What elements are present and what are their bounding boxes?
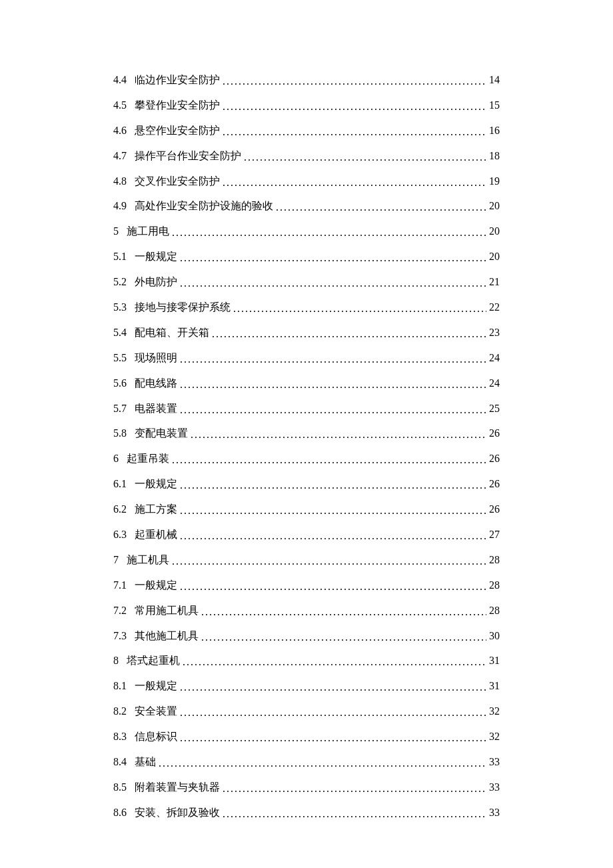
- toc-entry: 6.1一般规定26: [113, 479, 500, 489]
- toc-leader-dots: [180, 707, 486, 718]
- toc-entry-number: 5.5: [113, 353, 127, 363]
- toc-entry-title: 配电箱、开关箱: [127, 327, 212, 338]
- toc-entry: 5.4配电箱、开关箱23: [113, 327, 500, 338]
- toc-entry-number: 5.2: [113, 277, 127, 287]
- toc-leader-dots: [180, 480, 486, 491]
- toc-entry: 7施工机具28: [113, 555, 500, 565]
- toc-entry-number: 4.6: [113, 125, 127, 136]
- toc-entry-number: 7.3: [113, 631, 127, 641]
- toc-entry-title: 施工用电: [119, 226, 172, 237]
- toc-leader-dots: [180, 379, 486, 390]
- toc-leader-dots: [276, 202, 486, 213]
- toc-entry: 8.2安全装置32: [113, 706, 500, 717]
- toc-entry-title: 外电防护: [127, 277, 180, 287]
- toc-entry-title: 临边作业安全防护: [127, 75, 223, 85]
- toc-entry-page: 18: [486, 151, 500, 161]
- toc-entry-title: 施工机具: [119, 555, 172, 565]
- toc-entry-title: 配电线路: [127, 378, 180, 389]
- toc-entry-number: 5.4: [113, 327, 127, 338]
- toc-entry-page: 28: [486, 555, 500, 565]
- toc-entry-title: 起重机械: [127, 529, 180, 540]
- toc-leader-dots: [223, 127, 486, 137]
- toc-entry: 8.1一般规定31: [113, 681, 500, 691]
- toc-entry-number: 4.4: [113, 75, 127, 85]
- toc-leader-dots: [180, 531, 486, 541]
- toc-entry-title: 现场照明: [127, 353, 180, 363]
- toc-entry-page: 31: [486, 655, 500, 666]
- toc-entry-page: 24: [486, 353, 500, 363]
- toc-leader-dots: [180, 733, 486, 743]
- toc-entry-page: 32: [486, 706, 500, 717]
- toc-leader-dots: [180, 354, 486, 365]
- toc-entry: 8.5附着装置与夹轨器33: [113, 782, 500, 793]
- toc-entry-title: 电器装置: [127, 403, 180, 414]
- toc-entry-page: 21: [486, 277, 500, 287]
- toc-leader-dots: [180, 253, 486, 263]
- toc-entry-number: 8.3: [113, 731, 127, 742]
- toc-entry-page: 20: [486, 226, 500, 237]
- toc-entry: 6起重吊装26: [113, 453, 500, 464]
- toc-entry-title: 安全装置: [127, 706, 180, 717]
- toc-entry-page: 27: [486, 529, 500, 540]
- toc-entry: 4.4临边作业安全防护14: [113, 75, 500, 85]
- toc-leader-dots: [191, 429, 486, 440]
- toc-entry-number: 4.8: [113, 176, 127, 187]
- toc-entry: 8.3信息标识32: [113, 731, 500, 742]
- toc-leader-dots: [180, 682, 486, 693]
- toc-entry-title: 一般规定: [127, 479, 180, 489]
- toc-entry-page: 33: [486, 782, 500, 793]
- toc-entry: 7.1一般规定28: [113, 580, 500, 591]
- toc-entry-number: 8: [113, 655, 119, 666]
- toc-entry-page: 28: [486, 580, 500, 591]
- toc-leader-dots: [244, 152, 486, 163]
- toc-entry: 4.6悬空作业安全防护16: [113, 125, 500, 136]
- toc-entry-page: 30: [486, 631, 500, 641]
- toc-entry-page: 31: [486, 681, 500, 691]
- toc-entry: 8.4基础33: [113, 757, 500, 767]
- toc-entry-title: 信息标识: [127, 731, 180, 742]
- toc-entry-number: 7.2: [113, 605, 127, 616]
- page-content: 4.4临边作业安全防护144.5攀登作业安全防护154.6悬空作业安全防护164…: [0, 0, 613, 868]
- toc-entry-title: 一般规定: [127, 251, 180, 262]
- toc-entry-title: 常用施工机具: [127, 605, 201, 616]
- toc-leader-dots: [172, 455, 486, 465]
- toc-entry-page: 14: [486, 75, 500, 85]
- toc-entry: 4.9高处作业安全防护设施的验收20: [113, 201, 500, 211]
- toc-entry-title: 安装、拆卸及验收: [127, 807, 223, 818]
- toc-leader-dots: [180, 505, 486, 516]
- toc-entry-title: 一般规定: [127, 681, 180, 691]
- toc-entry: 6.2施工方案26: [113, 504, 500, 515]
- toc-leader-dots: [201, 632, 486, 643]
- toc-entry: 5.5现场照明24: [113, 353, 500, 363]
- toc-entry-number: 5.3: [113, 302, 127, 313]
- toc-entry: 5.7电器装置25: [113, 403, 500, 414]
- toc-entry: 5.8变配电装置26: [113, 428, 500, 439]
- toc-entry-number: 4.9: [113, 201, 127, 211]
- toc-entry-number: 5: [113, 226, 119, 237]
- toc-entry-page: 24: [486, 378, 500, 389]
- toc-entry: 5施工用电20: [113, 226, 500, 237]
- toc-entry-number: 8.4: [113, 757, 127, 767]
- toc-entry-number: 5.1: [113, 251, 127, 262]
- toc-entry: 5.3接地与接零保护系统22: [113, 302, 500, 313]
- toc-leader-dots: [223, 809, 486, 819]
- toc-entry-number: 8.6: [113, 807, 127, 818]
- toc-entry: 8.6安装、拆卸及验收33: [113, 807, 500, 818]
- toc-entry-title: 操作平台作业安全防护: [127, 151, 244, 161]
- toc-entry-page: 23: [486, 327, 500, 338]
- toc-leader-dots: [223, 783, 486, 794]
- toc-entry-page: 25: [486, 403, 500, 414]
- toc-leader-dots: [183, 657, 486, 667]
- toc-entry: 7.3其他施工机具30: [113, 631, 500, 641]
- toc-entry-page: 26: [486, 428, 500, 439]
- toc-entry: 5.6配电线路24: [113, 378, 500, 389]
- toc-entry-page: 16: [486, 125, 500, 136]
- toc-entry-page: 26: [486, 504, 500, 515]
- toc-entry: 4.8交叉作业安全防护19: [113, 176, 500, 187]
- toc-entry-page: 20: [486, 201, 500, 211]
- toc-leader-dots: [180, 278, 486, 289]
- toc-entry-title: 基础: [127, 757, 159, 767]
- toc-entry-number: 5.8: [113, 428, 127, 439]
- toc-leader-dots: [223, 177, 486, 188]
- toc-entry-page: 22: [486, 302, 500, 313]
